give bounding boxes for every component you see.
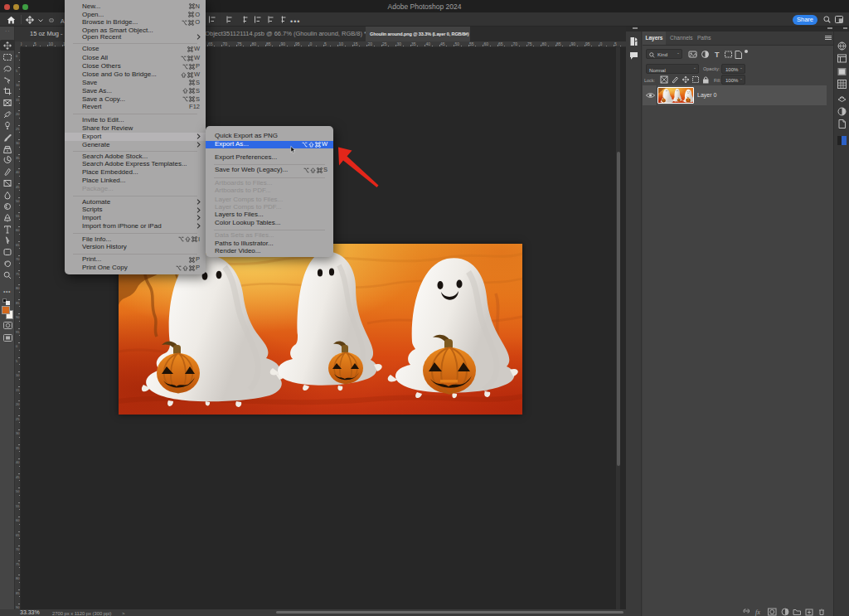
svg-text:fx: fx [755,609,760,616]
svg-text:T: T [715,51,720,59]
